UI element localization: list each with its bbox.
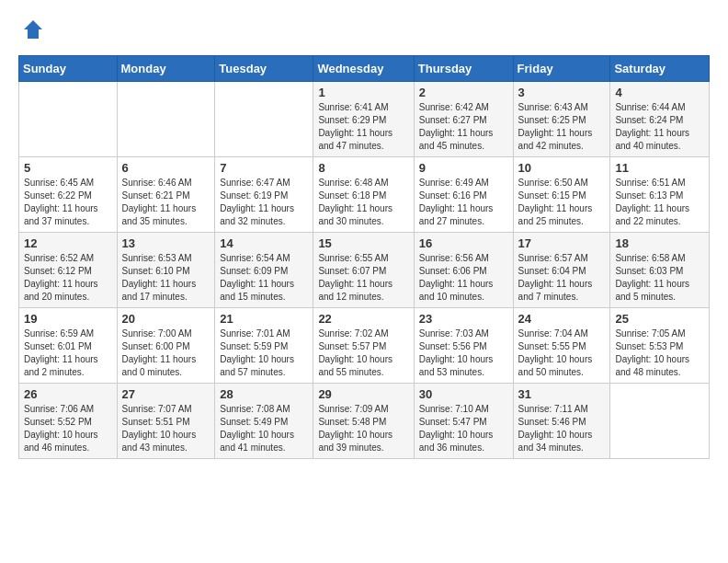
calendar-week-row: 26Sunrise: 7:06 AM Sunset: 5:52 PM Dayli… (19, 384, 710, 459)
calendar-cell: 11Sunrise: 6:51 AM Sunset: 6:13 PM Dayli… (610, 157, 710, 233)
calendar-week-row: 19Sunrise: 6:59 AM Sunset: 6:01 PM Dayli… (19, 308, 710, 384)
day-header-monday: Monday (117, 56, 215, 82)
calendar-cell (215, 82, 313, 157)
calendar-table: SundayMondayTuesdayWednesdayThursdayFrid… (18, 55, 710, 459)
page-header (18, 18, 710, 40)
day-number: 20 (122, 312, 210, 326)
calendar-week-row: 5Sunrise: 6:45 AM Sunset: 6:22 PM Daylig… (19, 157, 710, 233)
calendar-cell: 30Sunrise: 7:10 AM Sunset: 5:47 PM Dayli… (414, 384, 513, 459)
day-header-thursday: Thursday (414, 56, 513, 82)
day-number: 27 (122, 387, 210, 401)
day-number: 31 (518, 387, 606, 401)
day-number: 12 (24, 236, 112, 250)
calendar-cell: 20Sunrise: 7:00 AM Sunset: 6:00 PM Dayli… (117, 308, 215, 384)
day-number: 8 (318, 161, 408, 175)
calendar-cell (117, 82, 215, 157)
day-info: Sunrise: 7:03 AM Sunset: 5:56 PM Dayligh… (419, 327, 508, 379)
day-number: 18 (615, 236, 704, 250)
calendar-cell: 25Sunrise: 7:05 AM Sunset: 5:53 PM Dayli… (610, 308, 710, 384)
day-info: Sunrise: 7:01 AM Sunset: 5:59 PM Dayligh… (220, 327, 308, 379)
day-number: 26 (24, 387, 112, 401)
calendar-cell: 31Sunrise: 7:11 AM Sunset: 5:46 PM Dayli… (513, 384, 610, 459)
day-info: Sunrise: 6:54 AM Sunset: 6:09 PM Dayligh… (220, 252, 308, 304)
calendar-cell: 7Sunrise: 6:47 AM Sunset: 6:19 PM Daylig… (215, 157, 313, 233)
day-info: Sunrise: 6:58 AM Sunset: 6:03 PM Dayligh… (615, 252, 704, 304)
calendar-cell: 21Sunrise: 7:01 AM Sunset: 5:59 PM Dayli… (215, 308, 313, 384)
calendar-cell: 9Sunrise: 6:49 AM Sunset: 6:16 PM Daylig… (414, 157, 513, 233)
calendar-cell: 18Sunrise: 6:58 AM Sunset: 6:03 PM Dayli… (610, 233, 710, 308)
day-number: 23 (419, 312, 508, 326)
calendar-cell: 12Sunrise: 6:52 AM Sunset: 6:12 PM Dayli… (19, 233, 118, 308)
calendar-cell: 4Sunrise: 6:44 AM Sunset: 6:24 PM Daylig… (610, 82, 710, 157)
calendar-cell: 13Sunrise: 6:53 AM Sunset: 6:10 PM Dayli… (117, 233, 215, 308)
calendar-cell: 16Sunrise: 6:56 AM Sunset: 6:06 PM Dayli… (414, 233, 513, 308)
calendar-cell: 10Sunrise: 6:50 AM Sunset: 6:15 PM Dayli… (513, 157, 610, 233)
day-number: 3 (518, 86, 606, 99)
calendar-cell: 8Sunrise: 6:48 AM Sunset: 6:18 PM Daylig… (313, 157, 414, 233)
day-info: Sunrise: 6:47 AM Sunset: 6:19 PM Dayligh… (220, 177, 308, 228)
day-number: 14 (220, 236, 308, 250)
day-number: 5 (24, 161, 112, 175)
day-info: Sunrise: 7:07 AM Sunset: 5:51 PM Dayligh… (122, 403, 210, 454)
calendar-cell: 17Sunrise: 6:57 AM Sunset: 6:04 PM Dayli… (513, 233, 610, 308)
calendar-cell: 22Sunrise: 7:02 AM Sunset: 5:57 PM Dayli… (313, 308, 414, 384)
day-info: Sunrise: 6:51 AM Sunset: 6:13 PM Dayligh… (615, 177, 704, 228)
calendar-cell: 3Sunrise: 6:43 AM Sunset: 6:25 PM Daylig… (513, 82, 610, 157)
calendar-cell: 2Sunrise: 6:42 AM Sunset: 6:27 PM Daylig… (414, 82, 513, 157)
day-info: Sunrise: 7:09 AM Sunset: 5:48 PM Dayligh… (318, 403, 408, 454)
day-info: Sunrise: 6:59 AM Sunset: 6:01 PM Dayligh… (24, 327, 112, 379)
day-info: Sunrise: 7:06 AM Sunset: 5:52 PM Dayligh… (24, 403, 112, 454)
day-info: Sunrise: 7:02 AM Sunset: 5:57 PM Dayligh… (318, 327, 408, 379)
calendar-week-row: 12Sunrise: 6:52 AM Sunset: 6:12 PM Dayli… (19, 233, 710, 308)
logo-icon (22, 18, 44, 40)
calendar-cell: 29Sunrise: 7:09 AM Sunset: 5:48 PM Dayli… (313, 384, 414, 459)
day-number: 6 (122, 161, 210, 175)
day-number: 15 (318, 236, 408, 250)
day-info: Sunrise: 6:52 AM Sunset: 6:12 PM Dayligh… (24, 252, 112, 304)
day-header-tuesday: Tuesday (215, 56, 313, 82)
day-info: Sunrise: 6:46 AM Sunset: 6:21 PM Dayligh… (122, 177, 210, 228)
day-header-wednesday: Wednesday (313, 56, 414, 82)
calendar-cell (19, 82, 118, 157)
day-info: Sunrise: 7:10 AM Sunset: 5:47 PM Dayligh… (419, 403, 508, 454)
day-number: 10 (518, 161, 606, 175)
day-info: Sunrise: 6:48 AM Sunset: 6:18 PM Dayligh… (318, 177, 408, 228)
day-header-saturday: Saturday (610, 56, 710, 82)
day-number: 9 (419, 161, 508, 175)
day-info: Sunrise: 7:05 AM Sunset: 5:53 PM Dayligh… (615, 327, 704, 379)
day-number: 13 (122, 236, 210, 250)
day-number: 11 (615, 161, 704, 175)
day-number: 28 (220, 387, 308, 401)
day-info: Sunrise: 6:43 AM Sunset: 6:25 PM Dayligh… (518, 101, 606, 153)
logo (18, 18, 44, 40)
day-number: 2 (419, 86, 508, 99)
day-info: Sunrise: 6:42 AM Sunset: 6:27 PM Dayligh… (419, 101, 508, 153)
day-info: Sunrise: 6:49 AM Sunset: 6:16 PM Dayligh… (419, 177, 508, 228)
calendar-cell: 6Sunrise: 6:46 AM Sunset: 6:21 PM Daylig… (117, 157, 215, 233)
day-info: Sunrise: 6:55 AM Sunset: 6:07 PM Dayligh… (318, 252, 408, 304)
calendar-cell: 15Sunrise: 6:55 AM Sunset: 6:07 PM Dayli… (313, 233, 414, 308)
day-info: Sunrise: 6:41 AM Sunset: 6:29 PM Dayligh… (318, 101, 408, 153)
day-info: Sunrise: 6:53 AM Sunset: 6:10 PM Dayligh… (122, 252, 210, 304)
day-number: 16 (419, 236, 508, 250)
day-number: 19 (24, 312, 112, 326)
calendar-cell (610, 384, 710, 459)
day-number: 30 (419, 387, 508, 401)
calendar-cell: 26Sunrise: 7:06 AM Sunset: 5:52 PM Dayli… (19, 384, 118, 459)
calendar-cell: 14Sunrise: 6:54 AM Sunset: 6:09 PM Dayli… (215, 233, 313, 308)
day-info: Sunrise: 7:04 AM Sunset: 5:55 PM Dayligh… (518, 327, 606, 379)
calendar-cell: 28Sunrise: 7:08 AM Sunset: 5:49 PM Dayli… (215, 384, 313, 459)
day-info: Sunrise: 6:56 AM Sunset: 6:06 PM Dayligh… (419, 252, 508, 304)
calendar-cell: 23Sunrise: 7:03 AM Sunset: 5:56 PM Dayli… (414, 308, 513, 384)
day-number: 17 (518, 236, 606, 250)
day-info: Sunrise: 6:45 AM Sunset: 6:22 PM Dayligh… (24, 177, 112, 228)
calendar-cell: 27Sunrise: 7:07 AM Sunset: 5:51 PM Dayli… (117, 384, 215, 459)
calendar-cell: 19Sunrise: 6:59 AM Sunset: 6:01 PM Dayli… (19, 308, 118, 384)
calendar-header-row: SundayMondayTuesdayWednesdayThursdayFrid… (19, 56, 710, 82)
day-info: Sunrise: 6:44 AM Sunset: 6:24 PM Dayligh… (615, 101, 704, 153)
calendar-cell: 5Sunrise: 6:45 AM Sunset: 6:22 PM Daylig… (19, 157, 118, 233)
day-info: Sunrise: 7:11 AM Sunset: 5:46 PM Dayligh… (518, 403, 606, 454)
day-info: Sunrise: 6:50 AM Sunset: 6:15 PM Dayligh… (518, 177, 606, 228)
day-number: 22 (318, 312, 408, 326)
calendar-week-row: 1Sunrise: 6:41 AM Sunset: 6:29 PM Daylig… (19, 82, 710, 157)
